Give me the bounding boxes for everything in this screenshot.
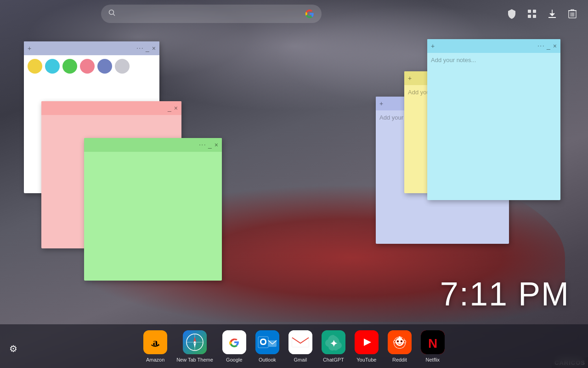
dock-item-netflix[interactable]: N Netflix	[421, 330, 445, 362]
dock-item-chatgpt[interactable]: ✦ ChatGPT	[322, 330, 345, 362]
note-add-btn[interactable]: +	[28, 45, 31, 52]
note-cyan-header: + ··· _ ×	[427, 39, 560, 53]
svg-point-53	[404, 341, 406, 343]
gmail-icon	[288, 330, 312, 354]
note-main-header: + ··· _ ×	[24, 41, 159, 55]
google-logo	[305, 9, 314, 18]
note-minimize-btn[interactable]: _	[547, 43, 550, 49]
dock-item-google[interactable]: Google	[222, 330, 246, 362]
svg-point-47	[402, 338, 404, 339]
topbar	[0, 0, 588, 28]
dock-label-reddit: Reddit	[392, 357, 407, 362]
dock-label-newtab: New Tab Theme	[176, 357, 213, 362]
svg-text:N: N	[428, 336, 437, 350]
svg-rect-3	[533, 10, 536, 13]
color-picker	[24, 55, 159, 75]
amazon-icon: a	[143, 330, 167, 354]
svg-rect-6	[548, 17, 556, 18]
note-pink-header: _ ×	[41, 101, 181, 115]
dock-item-outlook[interactable]: Outlook	[255, 330, 279, 362]
note-menu-btn[interactable]: ···	[537, 42, 545, 50]
svg-rect-5	[533, 15, 536, 18]
chatgpt-icon: ✦	[322, 330, 345, 354]
note-close-btn[interactable]: ×	[553, 43, 557, 49]
svg-point-45	[397, 340, 398, 342]
svg-rect-2	[528, 10, 531, 13]
grid-icon[interactable]	[526, 7, 538, 20]
search-box[interactable]	[101, 5, 322, 23]
reddit-icon	[388, 330, 412, 354]
note-close-btn[interactable]: ×	[174, 105, 178, 111]
dock-label-gmail: Gmail	[294, 357, 307, 362]
note-minimize-btn[interactable]: _	[146, 45, 149, 52]
dock-item-youtube[interactable]: YouTube	[355, 330, 379, 362]
svg-rect-25	[261, 340, 265, 344]
search-icon	[108, 9, 116, 18]
dock-item-newtab[interactable]: New Tab Theme	[176, 330, 213, 362]
youtube-icon	[355, 330, 379, 354]
newtab-icon	[183, 330, 207, 354]
note-menu-btn[interactable]: ···	[199, 141, 206, 149]
note-cyan-placeholder: Add your notes...	[431, 57, 476, 63]
svg-line-1	[113, 14, 115, 16]
color-yellow[interactable]	[28, 59, 42, 74]
dock-label-netflix: Netflix	[426, 357, 440, 362]
note-menu-btn[interactable]: ···	[136, 44, 144, 52]
dock-label-chatgpt: ChatGPT	[323, 357, 344, 362]
dock-item-gmail[interactable]: Gmail	[288, 330, 312, 362]
svg-text:✦: ✦	[329, 339, 337, 349]
dock-item-amazon[interactable]: a Amazon	[143, 330, 167, 362]
note-green-body[interactable]	[84, 152, 222, 281]
dock-label-youtube: YouTube	[356, 357, 376, 362]
svg-point-46	[401, 340, 402, 342]
trash-icon[interactable]	[566, 7, 579, 20]
dock-label-google: Google	[226, 357, 242, 362]
color-pink[interactable]	[80, 59, 95, 74]
settings-button[interactable]: ⚙	[9, 343, 17, 354]
note-minimize-btn[interactable]: _	[208, 142, 212, 148]
color-green[interactable]	[62, 59, 77, 74]
color-cyan[interactable]	[45, 59, 60, 74]
svg-rect-4	[528, 15, 531, 18]
note-close-btn[interactable]: ×	[215, 142, 218, 148]
note-close-btn[interactable]: ×	[152, 45, 156, 52]
sticky-note-cyan[interactable]: + ··· _ × Add your notes...	[427, 39, 560, 200]
note-cyan-body[interactable]: Add your notes...	[427, 53, 560, 200]
sticky-note-green[interactable]: ··· _ ×	[84, 138, 222, 281]
clock: 7:11 PM	[440, 275, 570, 313]
dock-label-outlook: Outlook	[259, 357, 276, 362]
note-add-btn[interactable]: +	[431, 43, 435, 49]
note-green-header: ··· _ ×	[84, 138, 222, 152]
dock-label-amazon: Amazon	[146, 357, 164, 362]
dock-item-reddit[interactable]: Reddit	[388, 330, 412, 362]
outlook-icon	[255, 330, 279, 354]
netflix-icon: N	[421, 330, 445, 354]
svg-point-0	[109, 10, 114, 15]
shield-icon[interactable]	[505, 7, 518, 20]
svg-point-49	[399, 336, 401, 338]
topbar-right	[505, 7, 579, 20]
note-add-btn[interactable]: +	[379, 100, 383, 107]
dock: a Amazon	[0, 324, 588, 368]
svg-point-52	[394, 341, 396, 343]
download-icon[interactable]	[546, 7, 559, 20]
color-blue[interactable]	[97, 59, 112, 74]
color-gray[interactable]	[115, 59, 130, 74]
note-add-btn[interactable]: +	[408, 75, 412, 81]
google-icon	[222, 330, 246, 354]
note-minimize-btn[interactable]: _	[168, 105, 171, 111]
